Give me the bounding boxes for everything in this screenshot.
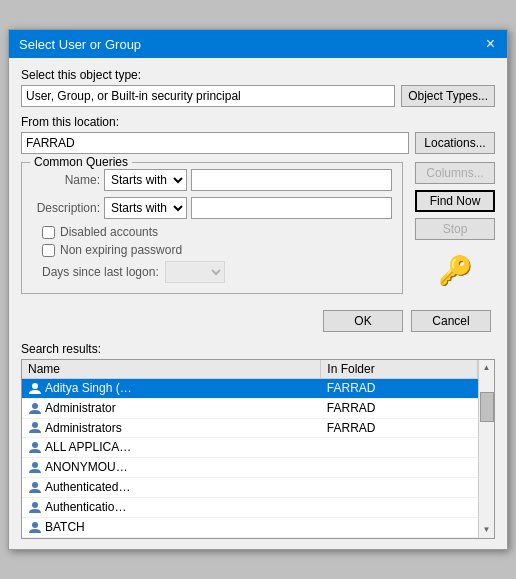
name-column-header: Name [22,360,321,379]
name-cell: Aditya Singh (… [22,379,321,399]
svg-point-2 [32,422,38,428]
table-row[interactable]: ANONYMOU… [22,458,478,478]
stop-button[interactable]: Stop [415,218,495,240]
name-cell: ANONYMOU… [22,458,321,478]
object-type-label: Select this object type: [21,68,495,82]
name-row: Name: Starts with [32,169,392,191]
key-icon: 🔑 [415,254,495,287]
cancel-button[interactable]: Cancel [411,310,491,332]
disabled-accounts-row: Disabled accounts [42,225,392,239]
name-cell: Administrator [22,398,321,418]
results-list[interactable]: Name In Folder Aditya Singh (…FARRADAdmi… [22,360,478,538]
ok-cancel-row: OK Cancel [21,310,495,332]
folder-cell [321,438,478,458]
title-bar: Select User or Group × [9,30,507,58]
table-row[interactable]: Aditya Singh (…FARRAD [22,379,478,399]
svg-point-3 [32,442,38,448]
object-type-input[interactable] [21,85,395,107]
svg-point-1 [32,403,38,409]
description-label: Description: [32,201,100,215]
location-row: Locations... [21,132,495,154]
table-row[interactable]: ALL APPLICA… [22,438,478,458]
folder-cell: FARRAD [321,418,478,438]
table-row[interactable]: AdministratorFARRAD [22,398,478,418]
name-cell: BATCH [22,517,321,537]
name-cell: Administrators [22,418,321,438]
results-container: Name In Folder Aditya Singh (…FARRADAdmi… [21,359,495,539]
scroll-up-arrow[interactable]: ▲ [479,360,495,376]
close-button[interactable]: × [484,36,497,52]
folder-cell: FARRAD [321,398,478,418]
scroll-down-arrow[interactable]: ▼ [479,522,495,538]
table-row[interactable]: Authenticated… [22,478,478,498]
object-types-button[interactable]: Object Types... [401,85,495,107]
dialog-title: Select User or Group [19,37,141,52]
days-since-row: Days since last logon: [42,261,392,283]
disabled-accounts-label: Disabled accounts [60,225,158,239]
select-user-group-dialog: Select User or Group × Select this objec… [8,29,508,550]
folder-cell [321,478,478,498]
location-label: From this location: [21,115,495,129]
svg-point-6 [32,502,38,508]
results-table: Name In Folder Aditya Singh (…FARRADAdmi… [22,360,478,538]
days-since-select[interactable] [165,261,225,283]
name-input[interactable] [191,169,392,191]
folder-cell [321,497,478,517]
scrollbar[interactable]: ▲ ▼ [478,360,494,538]
table-row[interactable]: Authenticatio… [22,497,478,517]
folder-cell [321,458,478,478]
folder-cell: FARRAD [321,379,478,399]
scroll-thumb[interactable] [480,392,494,422]
svg-point-0 [32,383,38,389]
search-results-label: Search results: [21,342,495,356]
user-icon [28,480,42,494]
find-now-button[interactable]: Find Now [415,190,495,212]
user-icon [28,500,42,514]
non-expiring-label: Non expiring password [60,243,182,257]
table-row[interactable]: BATCH [22,517,478,537]
locations-button[interactable]: Locations... [415,132,495,154]
dialog-body: Select this object type: Object Types...… [9,58,507,549]
common-queries-legend: Common Queries [30,155,132,169]
svg-point-7 [32,522,38,528]
table-row[interactable]: CONSOLE L… [22,537,478,538]
user-icon [28,440,42,454]
user-icon [28,460,42,474]
common-queries-area: Common Queries Name: Starts with Descrip… [21,162,403,302]
side-buttons: Columns... Find Now Stop 🔑 [415,162,495,302]
object-type-row: Object Types... [21,85,495,107]
table-row[interactable]: AdministratorsFARRAD [22,418,478,438]
name-cell: Authenticatio… [22,497,321,517]
folder-cell [321,537,478,538]
folder-column-header: In Folder [321,360,478,379]
user-icon [28,420,42,434]
description-condition-select[interactable]: Starts with [104,197,187,219]
ok-button[interactable]: OK [323,310,403,332]
non-expiring-checkbox[interactable] [42,244,55,257]
name-cell: CONSOLE L… [22,537,321,538]
queries-section: Common Queries Name: Starts with Descrip… [21,162,495,302]
user-icon [28,401,42,415]
common-queries-groupbox: Common Queries Name: Starts with Descrip… [21,162,403,294]
user-icon [28,381,42,395]
name-cell: Authenticated… [22,478,321,498]
svg-point-4 [32,462,38,468]
svg-point-5 [32,482,38,488]
disabled-accounts-checkbox[interactable] [42,226,55,239]
location-input[interactable] [21,132,409,154]
user-icon [28,520,42,534]
name-cell: ALL APPLICA… [22,438,321,458]
non-expiring-row: Non expiring password [42,243,392,257]
name-condition-select[interactable]: Starts with [104,169,187,191]
name-label: Name: [32,173,100,187]
folder-cell [321,517,478,537]
description-row: Description: Starts with [32,197,392,219]
table-header-row: Name In Folder [22,360,478,379]
columns-button[interactable]: Columns... [415,162,495,184]
days-since-label: Days since last logon: [42,265,159,279]
description-input[interactable] [191,197,392,219]
